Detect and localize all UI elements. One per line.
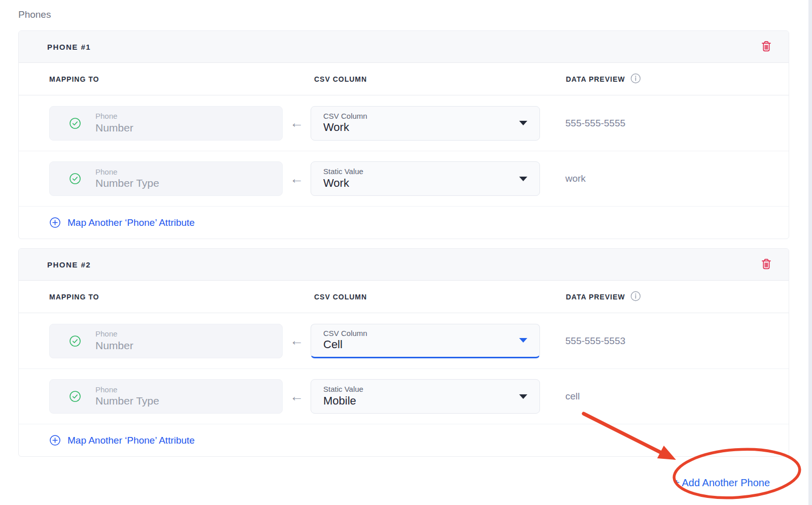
select-kind-label: CSV Column (323, 329, 367, 338)
phone-1-row-number-type: Phone Number Type ← Static Value Work wo… (19, 151, 789, 206)
phone-2-title: PHONE #2 (47, 260, 91, 269)
phones-mapping-page: Phones PHONE #1 MAPPING TO CSV COLUMN DA… (0, 0, 790, 489)
select-kind-label: Static Value (323, 167, 363, 176)
delete-phone-1-button[interactable] (760, 40, 772, 54)
arrow-left-icon: ← (283, 171, 311, 187)
mapped-attribute-phone-number-type: Phone Number Type (49, 161, 283, 196)
phone-2-column-headers: MAPPING TO CSV COLUMN DATA PREVIEW (19, 281, 789, 313)
caret-down-icon (519, 394, 527, 399)
csv-column-select-phone-1-number[interactable]: CSV Column Work (311, 106, 540, 141)
phone-2-map-another-row: Map Another ‘Phone’ Attribute (19, 424, 789, 456)
check-circle-icon (69, 117, 81, 129)
attribute-group-label: Phone (95, 167, 159, 177)
col-header-data-preview: DATA PREVIEW (566, 75, 625, 83)
attribute-name-label: Number (95, 121, 133, 134)
caret-down-icon (519, 121, 527, 125)
attribute-name-label: Number (95, 339, 133, 352)
section-title: Phones (18, 9, 790, 20)
phone-1-map-another-row: Map Another ‘Phone’ Attribute (19, 206, 789, 239)
select-value: Work (323, 177, 363, 190)
add-another-phone-row: + Add Another Phone (18, 466, 789, 489)
select-value: Cell (323, 338, 367, 352)
csv-column-select-phone-2-number[interactable]: CSV Column Cell (311, 324, 540, 358)
info-circle-icon (630, 73, 641, 85)
map-another-phone-attribute-button[interactable]: Map Another ‘Phone’ Attribute (49, 217, 195, 228)
phone-1-row-number: Phone Number ← CSV Column Work 555-555-5… (19, 95, 789, 151)
select-value: Mobile (323, 394, 363, 408)
data-preview-value: cell (565, 391, 580, 402)
right-edge-panel (808, 0, 812, 505)
add-another-phone-button[interactable]: + Add Another Phone (673, 477, 770, 489)
data-preview-info-button[interactable] (630, 73, 641, 85)
attribute-group-label: Phone (95, 329, 133, 339)
mapped-attribute-phone-number-type: Phone Number Type (49, 379, 283, 414)
check-circle-icon (69, 335, 81, 347)
col-header-csv-column: CSV COLUMN (314, 75, 566, 83)
caret-down-icon (519, 177, 527, 181)
map-another-phone-attribute-button[interactable]: Map Another ‘Phone’ Attribute (49, 434, 195, 446)
attribute-name-label: Number Type (95, 177, 159, 190)
data-preview-value: 555-555-5553 (565, 335, 625, 347)
info-circle-icon (630, 291, 641, 303)
attribute-group-label: Phone (95, 112, 133, 121)
static-value-select-phone-1-type[interactable]: Static Value Work (311, 161, 540, 196)
phone-1-title: PHONE #1 (47, 43, 91, 51)
phone-card-2: PHONE #2 MAPPING TO CSV COLUMN DATA PREV… (18, 248, 789, 457)
trash-icon (761, 258, 771, 271)
attribute-name-label: Number Type (95, 394, 159, 408)
select-kind-label: Static Value (323, 385, 363, 394)
phone-1-header: PHONE #1 (19, 31, 789, 63)
attribute-group-label: Phone (95, 385, 159, 395)
check-circle-icon (69, 390, 81, 402)
phone-2-header: PHONE #2 (19, 249, 789, 281)
data-preview-value: 555-555-5555 (565, 118, 625, 129)
col-header-mapping-to: MAPPING TO (49, 75, 314, 83)
phone-2-row-number: Phone Number ← CSV Column Cell 555-555-5… (19, 313, 789, 368)
map-another-label: Map Another ‘Phone’ Attribute (67, 217, 195, 228)
plus-circle-icon (49, 434, 61, 446)
arrow-left-icon: ← (283, 115, 311, 131)
mapped-attribute-phone-number: Phone Number (49, 324, 283, 358)
arrow-left-icon: ← (283, 333, 311, 349)
arrow-left-icon: ← (283, 389, 311, 405)
static-value-select-phone-2-type[interactable]: Static Value Mobile (311, 379, 540, 414)
trash-icon (761, 41, 771, 53)
data-preview-value: work (565, 173, 586, 184)
delete-phone-2-button[interactable] (760, 257, 772, 272)
select-value: Work (323, 121, 367, 134)
plus-circle-icon (49, 217, 61, 228)
caret-down-icon (519, 338, 527, 343)
phone-1-column-headers: MAPPING TO CSV COLUMN DATA PREVIEW (19, 63, 789, 95)
select-kind-label: CSV Column (323, 112, 367, 121)
map-another-label: Map Another ‘Phone’ Attribute (67, 435, 195, 446)
phone-2-row-number-type: Phone Number Type ← Static Value Mobile … (19, 368, 789, 424)
data-preview-info-button[interactable] (630, 291, 641, 303)
col-header-data-preview: DATA PREVIEW (566, 293, 625, 301)
col-header-mapping-to: MAPPING TO (49, 293, 314, 301)
phone-card-1: PHONE #1 MAPPING TO CSV COLUMN DATA PREV… (18, 30, 789, 239)
col-header-csv-column: CSV COLUMN (314, 293, 566, 301)
check-circle-icon (69, 173, 81, 185)
mapped-attribute-phone-number: Phone Number (49, 106, 283, 141)
